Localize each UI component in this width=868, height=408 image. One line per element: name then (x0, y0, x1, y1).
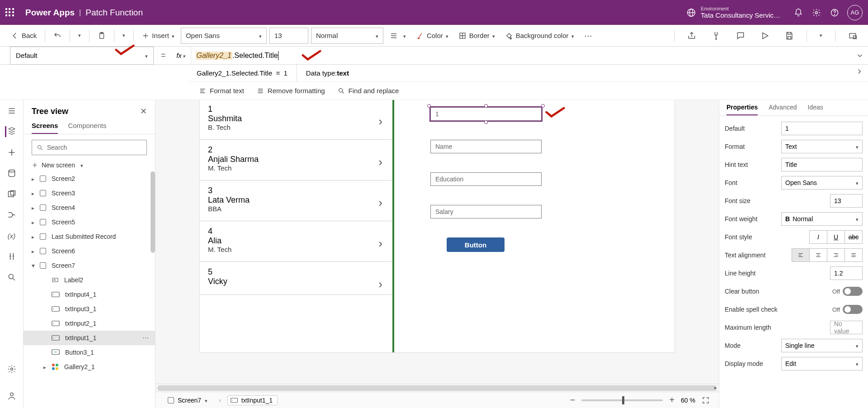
zoom-in-icon[interactable]: + (669, 395, 675, 405)
tree-node[interactable]: Button3_1 (24, 345, 155, 360)
prop-lineheight-input[interactable]: 1.2 (830, 266, 863, 280)
prop-dispmode-select[interactable]: Edit (781, 357, 863, 370)
new-screen-button[interactable]: New screen (24, 159, 155, 171)
tab-screens[interactable]: Screens (32, 122, 58, 134)
h-scrollbar[interactable]: ◂ ▸ (156, 384, 719, 392)
publish-button[interactable] (844, 29, 861, 42)
checker-button[interactable] (708, 29, 724, 42)
txtinput1-selected[interactable]: 1 (430, 107, 542, 121)
prop-hint-input[interactable]: Title (781, 158, 863, 171)
remove-formatting-button[interactable]: Remove formatting (257, 87, 325, 95)
property-dropdown[interactable]: Default (10, 47, 154, 65)
tab-ideas[interactable]: Ideas (808, 104, 823, 115)
submit-button[interactable]: Button (447, 237, 505, 252)
undo-dropdown[interactable] (75, 31, 85, 40)
tab-properties[interactable]: Properties (726, 104, 758, 115)
tree-node[interactable]: Screen3 (24, 186, 155, 200)
tools-icon[interactable] (6, 251, 17, 262)
user-avatar[interactable]: AG (847, 5, 863, 20)
border-button[interactable]: Border (455, 30, 499, 42)
italic-toggle[interactable]: I (809, 230, 827, 244)
font-weight-select[interactable]: Normal (311, 28, 383, 44)
gallery-item[interactable]: 5Vicky› (200, 262, 392, 295)
comments-button[interactable] (732, 29, 749, 42)
fx-button[interactable]: fx (171, 47, 191, 64)
tree-node[interactable]: Last Submitted Record (24, 229, 155, 244)
gallery-item[interactable]: 1SushmitaB. Tech› (200, 100, 392, 140)
hamburger-icon[interactable] (6, 105, 17, 116)
prop-font-select[interactable]: Open Sans (781, 176, 863, 190)
insert-button[interactable]: Insert (138, 30, 178, 41)
breadcrumb-screen[interactable]: Screen7 (165, 395, 212, 405)
gallery-item[interactable]: 4AliaM. Tech› (200, 221, 392, 262)
formula-input[interactable]: Gallery2_1.Selected.Title (191, 47, 852, 64)
settings-rail-icon[interactable] (6, 364, 17, 375)
gallery-item[interactable]: 3Lata VermaBBA› (200, 180, 392, 221)
fit-icon[interactable] (702, 396, 710, 404)
variables-icon[interactable]: (x) (6, 230, 17, 241)
tree-node[interactable]: Screen2 (24, 171, 155, 186)
save-dropdown[interactable] (816, 31, 826, 40)
align-justify[interactable] (844, 248, 863, 262)
play-button[interactable] (757, 29, 773, 42)
paste-dropdown[interactable] (119, 31, 129, 40)
strike-toggle[interactable]: abc (844, 230, 863, 244)
environment-picker[interactable]: Environment Tata Consultancy Servic… (686, 6, 780, 19)
underline-toggle[interactable]: U (827, 230, 845, 244)
align-center[interactable] (809, 248, 827, 262)
prop-fsize-input[interactable]: 13 (830, 194, 863, 208)
ask-icon[interactable] (6, 391, 17, 402)
tree-node[interactable]: ▾Screen7 (24, 258, 155, 273)
tree-node[interactable]: txtInput4_1 (24, 287, 155, 302)
zoom-slider[interactable] (581, 399, 663, 401)
undo-button[interactable] (50, 30, 65, 42)
tree-node[interactable]: Screen5 (24, 215, 155, 229)
back-button[interactable]: Back (7, 30, 40, 42)
tree-node[interactable]: Label2 (24, 273, 155, 287)
add-icon[interactable] (6, 147, 17, 158)
spell-toggle[interactable] (843, 305, 863, 314)
breadcrumb-control[interactable]: txtInput1_1 (227, 395, 278, 405)
data-icon[interactable] (6, 168, 17, 179)
align-right[interactable] (827, 248, 845, 262)
tab-advanced[interactable]: Advanced (769, 104, 797, 115)
overflow-button[interactable]: ⋯ (580, 29, 597, 43)
align-left[interactable] (792, 248, 810, 262)
paste-button[interactable] (94, 30, 109, 42)
search-rail-icon[interactable] (6, 272, 17, 283)
gallery-item[interactable]: 2Anjali SharmaM. Tech› (200, 140, 392, 180)
align-button[interactable] (386, 30, 410, 42)
settings-icon[interactable] (807, 4, 826, 22)
zoom-out-icon[interactable]: − (570, 395, 576, 405)
collapse-intel-icon[interactable] (855, 67, 863, 76)
format-text-button[interactable]: Format text (199, 87, 244, 95)
tree-node[interactable]: Gallery2_1 (24, 360, 155, 374)
tree-node[interactable]: txtInput1_1⋯ (24, 331, 155, 345)
tree-view-icon[interactable] (5, 126, 16, 137)
bgcolor-button[interactable]: Background color (501, 30, 578, 42)
waffle-icon[interactable] (5, 8, 14, 17)
font-size-input[interactable]: 13 (269, 28, 308, 44)
color-button[interactable]: Color (412, 30, 452, 42)
flows-icon[interactable] (6, 209, 17, 220)
tree-search-input[interactable]: Search (32, 140, 147, 155)
education-input[interactable]: Education (430, 172, 542, 186)
canvas[interactable]: 1SushmitaB. Tech›2Anjali SharmaM. Tech›3… (200, 100, 675, 352)
tree-node[interactable]: Screen4 (24, 200, 155, 215)
share-button[interactable] (684, 29, 700, 42)
salary-input[interactable]: Salary (430, 205, 542, 218)
close-tree-icon[interactable]: ✕ (140, 106, 147, 116)
tree-node[interactable]: Screen6 (24, 244, 155, 258)
media-icon[interactable] (6, 189, 17, 199)
name-input[interactable]: Name (430, 140, 542, 153)
prop-maxlen-input[interactable]: No value (830, 321, 863, 334)
save-button[interactable] (781, 29, 797, 42)
tab-components[interactable]: Components (68, 122, 106, 134)
tree-node[interactable]: txtInput2_1 (24, 316, 155, 331)
expand-formula-icon[interactable] (852, 52, 868, 60)
clear-toggle[interactable] (843, 287, 863, 296)
font-select[interactable]: Open Sans (181, 28, 267, 44)
gallery-control[interactable]: 1SushmitaB. Tech›2Anjali SharmaM. Tech›3… (200, 100, 394, 352)
help-icon[interactable] (826, 4, 844, 22)
tree-node[interactable]: txtInput3_1 (24, 302, 155, 316)
